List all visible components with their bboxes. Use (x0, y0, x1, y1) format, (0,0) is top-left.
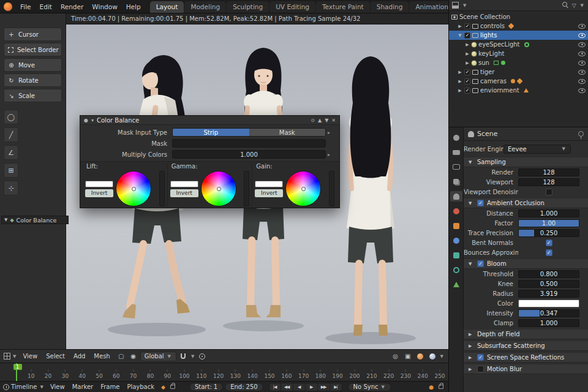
render-engine-select[interactable]: Eevee ▼ (503, 145, 571, 154)
tool-select-border[interactable]: Select Border (4, 43, 62, 56)
add-cube-icon[interactable]: ⊞ (4, 163, 18, 178)
editor-dropdown-icon[interactable]: ▼ (462, 3, 467, 8)
collection-checkbox[interactable] (464, 69, 470, 75)
jump-to-end-button[interactable]: ▶| (330, 383, 342, 391)
overlay-toggle-icon[interactable]: ◎ (390, 352, 401, 361)
close-icon[interactable]: ✕ (331, 118, 336, 123)
collection-checkbox[interactable] (464, 78, 470, 85)
radius-field[interactable]: 3.919 (518, 290, 579, 298)
threshold-field[interactable]: 0.800 (518, 270, 579, 278)
section-depth-of-field[interactable]: ▶Depth of Field (464, 329, 588, 339)
tab-uv-editing[interactable]: UV Editing (270, 1, 315, 13)
properties-tab-tool[interactable] (450, 132, 462, 143)
tool-scale[interactable]: ↘Scale (4, 89, 62, 102)
outliner-item-keylight[interactable]: ▶keyLight (449, 49, 588, 58)
clamp-field[interactable]: 1.000 (518, 319, 579, 327)
outliner-editor-icon[interactable] (452, 2, 459, 9)
gain-color-wheel[interactable] (285, 171, 321, 206)
properties-tab-view-layer[interactable] (450, 176, 462, 187)
gain-value-slider[interactable] (329, 171, 334, 206)
auto-key-lock-icon[interactable] (170, 385, 175, 389)
select-mode-icon[interactable]: ▢ (116, 352, 127, 361)
play-button[interactable]: ▶ (306, 383, 318, 391)
collapsed-color-balance-panel[interactable]: ▼ ◆ Color Balance (1, 216, 69, 224)
properties-tab-modifiers[interactable] (450, 235, 462, 246)
outliner-item-controls[interactable]: ▶controls (449, 21, 588, 31)
snap-magnet-icon[interactable] (178, 352, 189, 361)
menu-render[interactable]: Render (56, 0, 88, 13)
panel-dropdown-icon[interactable]: ▾ (91, 118, 94, 123)
menu-window[interactable]: Window (88, 0, 121, 13)
collection-checkbox[interactable] (464, 88, 470, 94)
editor-type-icon[interactable] (4, 353, 10, 360)
mask-field[interactable] (172, 139, 326, 148)
disclosure-icon[interactable]: ▶ (465, 42, 470, 47)
disclosure-icon[interactable]: ▶ (458, 79, 462, 84)
sync-mode-select[interactable]: No Sync ▼ (348, 383, 391, 391)
jump-to-start-button[interactable]: |◀ (269, 383, 281, 391)
outliner-root-row[interactable]: Scene Collection (449, 12, 588, 21)
properties-tab-object[interactable] (450, 221, 462, 231)
properties-tab-physics[interactable] (450, 265, 462, 275)
outliner-item-sun[interactable]: ▶sun (449, 58, 588, 67)
timeline-ruler[interactable]: 1020304050607080901001101201301401501601… (0, 363, 448, 381)
properties-tab-object-data[interactable] (450, 279, 462, 290)
editor-dropdown-icon[interactable]: ▼ (39, 385, 45, 390)
section-sampling[interactable]: ▼Sampling (464, 157, 588, 167)
extra-tools-icon[interactable]: ⊹ (4, 181, 18, 195)
eye-icon[interactable] (578, 24, 586, 29)
xray-toggle-icon[interactable]: ▣ (402, 352, 413, 361)
eye-icon[interactable] (578, 88, 586, 93)
properties-tab-particles[interactable] (450, 250, 462, 260)
gain-color-swatch[interactable] (255, 181, 283, 187)
eye-icon[interactable] (578, 79, 586, 84)
render-field[interactable]: 128 (518, 168, 579, 176)
section-motion-blur[interactable]: ▶Motion Blur (464, 364, 588, 374)
tool-move[interactable]: ⊕Move (4, 58, 62, 72)
timeline-editor-label[interactable]: Timeline (11, 383, 37, 390)
tab-texture-paint[interactable]: Texture Paint (316, 1, 370, 13)
menu-edit[interactable]: Edit (36, 0, 56, 13)
timeline-editor-icon[interactable] (3, 384, 9, 390)
outliner-item-eyespeclight[interactable]: ▶eyeSpecLight (449, 40, 588, 49)
play-reverse-button[interactable]: ◀ (293, 383, 306, 391)
outliner-item-cameras[interactable]: ▶cameras (449, 77, 588, 86)
annotate-icon[interactable]: ◯ (4, 110, 18, 124)
knee-field[interactable]: 0.500 (518, 280, 579, 288)
next-keyframe-button[interactable]: ▶▶ (318, 383, 330, 391)
section-ambient-occlusion[interactable]: ▼Ambient Occlusion (464, 198, 588, 208)
timeline-menu-frame[interactable]: Frame (97, 383, 123, 390)
viewport-denoising-checkbox[interactable] (546, 189, 552, 195)
eye-icon[interactable] (578, 42, 586, 47)
move-down-icon[interactable]: ▼ (325, 118, 328, 123)
blender-menu-button[interactable] (0, 0, 16, 13)
frame-end-field[interactable]: End: 250 (225, 383, 263, 391)
filter-funnel-icon[interactable]: ▽ (572, 2, 576, 9)
intensity-field[interactable]: 0.347 (518, 309, 579, 317)
disclosure-icon[interactable]: ▶ (465, 51, 470, 56)
rendered-view-icon[interactable] (427, 352, 438, 361)
editor-type-dropdown-icon[interactable]: ▼ (12, 354, 17, 359)
tool-rotate[interactable]: ↻Rotate (4, 74, 62, 87)
lift-color-wheel[interactable] (116, 171, 151, 206)
menu-help[interactable]: Help (122, 0, 145, 13)
material-preview-icon[interactable] (415, 352, 426, 361)
viewport-menu-add[interactable]: Add (69, 353, 89, 360)
collection-checkbox[interactable] (464, 23, 470, 29)
option-strip[interactable]: Strip (173, 129, 249, 136)
tab-layout[interactable]: Layout (150, 1, 184, 13)
section-checkbox[interactable] (477, 366, 484, 372)
distance-field[interactable]: 1.000 (518, 209, 579, 217)
filter-dropdown-icon[interactable]: ▼ (579, 3, 585, 8)
pin-icon[interactable] (578, 131, 584, 137)
properties-tab-world[interactable] (450, 206, 462, 216)
bent-normals-checkbox[interactable] (546, 239, 552, 246)
gamma-color-wheel[interactable] (201, 171, 236, 206)
menu-file[interactable]: File (16, 0, 36, 13)
properties-tab-scene[interactable] (450, 191, 462, 202)
shading-dropdown-icon[interactable]: ▼ (439, 354, 445, 359)
section-subsurface-scattering[interactable]: ▶Subsurface Scattering (464, 341, 588, 351)
option-mask[interactable]: Mask (249, 129, 326, 136)
tab-animation[interactable]: Animation (409, 1, 448, 13)
section-screen-space-reflections[interactable]: ▶Screen Space Reflections (464, 352, 588, 363)
